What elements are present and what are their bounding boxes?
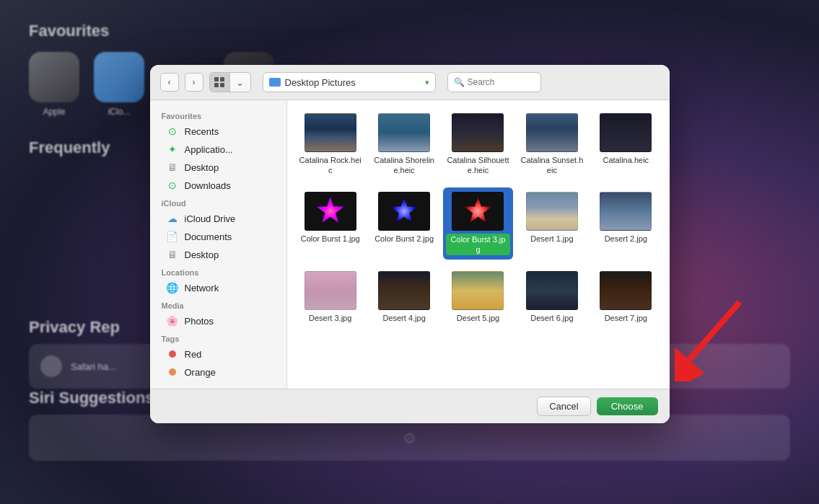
file-label-catalina-sil: Catalina Silhouette.heic (446, 155, 509, 176)
file-item-catalina-shore[interactable]: Catalina Shoreline.heic (369, 109, 439, 180)
sidebar-item-photos[interactable]: 🌸 Photos (154, 312, 282, 330)
file-item-catalina-sun[interactable]: Catalina Sunset.heic (517, 109, 587, 180)
file-item-desert6[interactable]: Desert 6.jpg (517, 267, 587, 327)
location-label: Desktop Pictures (285, 77, 421, 88)
file-thumb-burst1 (305, 192, 356, 231)
folder-icon (269, 78, 281, 87)
file-item-catalina-rock[interactable]: Catalina Rock.heic (296, 109, 365, 180)
svg-rect-2 (214, 77, 219, 81)
file-thumb-desert1 (526, 192, 578, 231)
sidebar-recents-label: Recents (185, 126, 219, 137)
file-item-desert1[interactable]: Desert 1.jpg (517, 187, 587, 260)
file-picker-dialog: ‹ › ⌄ Desktop Pictures ▾ (150, 65, 670, 423)
dialog-main: Favourites ⊙ Recents ✦ Applicatio... 🖥 D… (150, 100, 670, 389)
sidebar-applications-label: Applicatio... (185, 144, 233, 155)
search-icon: 🔍 (454, 77, 465, 87)
sidebar-downloads-label: Downloads (185, 180, 231, 191)
downloads-icon: ⊙ (166, 180, 179, 191)
dropdown-view-button[interactable]: ⌄ (230, 73, 250, 92)
search-box[interactable]: 🔍 (447, 72, 541, 92)
svg-rect-3 (220, 77, 224, 81)
cancel-button[interactable]: Cancel (537, 397, 590, 416)
back-button[interactable]: ‹ (160, 73, 179, 92)
sidebar: Favourites ⊙ Recents ✦ Applicatio... 🖥 D… (150, 100, 287, 389)
sidebar-item-icloud-drive[interactable]: ☁ iCloud Drive (154, 210, 282, 227)
file-thumb-desert3 (305, 271, 356, 310)
sidebar-item-desktop[interactable]: 🖥 Desktop (154, 159, 282, 176)
sidebar-red-tag-label: Red (185, 349, 202, 360)
file-thumb-desert7 (600, 271, 652, 310)
sidebar-item-desktop-icloud[interactable]: 🖥 Desktop (154, 246, 282, 263)
file-item-desert7[interactable]: Desert 7.jpg (591, 267, 660, 327)
file-label-burst3: Color Burst 3.jpg (446, 234, 509, 256)
file-item-desert4[interactable]: Desert 4.jpg (369, 267, 439, 327)
file-thumb-catalina-sun (526, 113, 578, 152)
sidebar-section-icloud: iCloud (150, 195, 286, 209)
file-item-desert2[interactable]: Desert 2.jpg (591, 187, 660, 260)
network-icon: 🌐 (166, 282, 179, 293)
file-label-desert5: Desert 5.jpg (457, 313, 499, 323)
svg-rect-5 (220, 83, 224, 87)
file-item-burst1[interactable]: Color Burst 1.jpg (296, 187, 365, 260)
file-grid-area: Catalina Rock.heic Catalina Shoreline.he… (287, 100, 670, 389)
sidebar-item-network[interactable]: 🌐 Network (154, 279, 282, 296)
sidebar-item-downloads[interactable]: ⊙ Downloads (154, 177, 282, 194)
file-label-desert2: Desert 2.jpg (605, 234, 647, 244)
photos-icon: 🌸 (166, 315, 179, 327)
search-input[interactable] (468, 77, 535, 87)
forward-button[interactable]: › (185, 73, 203, 92)
location-breadcrumb[interactable]: Desktop Pictures ▾ (263, 72, 436, 92)
file-label-desert7: Desert 7.jpg (605, 313, 647, 323)
documents-icon: 📄 (166, 231, 179, 242)
file-label-catalina-sun: Catalina Sunset.heic (520, 155, 584, 176)
location-chevron-icon: ▾ (425, 78, 429, 87)
sidebar-network-label: Network (185, 283, 219, 293)
grid-view-button[interactable] (210, 73, 230, 92)
svg-rect-4 (214, 83, 219, 87)
desktop-icon: 🖥 (166, 162, 179, 173)
sidebar-item-applications[interactable]: ✦ Applicatio... (154, 141, 282, 158)
file-label-catalina-heic: Catalina.heic (603, 155, 649, 165)
view-toggle: ⌄ (209, 72, 251, 92)
file-grid: Catalina Rock.heic Catalina Shoreline.he… (296, 109, 661, 327)
file-item-burst2[interactable]: Color Burst 2.jpg (369, 187, 439, 260)
file-item-catalina-heic[interactable]: Catalina.heic (591, 109, 660, 180)
recents-icon: ⊙ (166, 125, 179, 137)
sidebar-item-tag-orange[interactable]: Orange (154, 363, 282, 381)
sidebar-item-tag-red[interactable]: Red (154, 345, 282, 363)
sidebar-orange-tag-label: Orange (185, 367, 216, 378)
file-label-desert3: Desert 3.jpg (309, 313, 351, 323)
sidebar-documents-label: Documents (185, 231, 232, 242)
sidebar-section-favourites: Favourites (150, 107, 286, 122)
file-thumb-burst2 (378, 192, 430, 231)
file-thumb-catalina-shore (378, 113, 430, 152)
file-label-burst2: Color Burst 2.jpg (375, 234, 434, 244)
file-label-desert6: Desert 6.jpg (530, 313, 573, 323)
sidebar-section-locations: Locations (150, 264, 286, 278)
file-thumb-desert4 (378, 271, 430, 310)
file-thumb-desert6 (526, 271, 578, 310)
file-thumb-catalina-sil (452, 113, 504, 152)
toolbar: ‹ › ⌄ Desktop Pictures ▾ (150, 65, 670, 100)
dialog-footer: Cancel Choose (150, 389, 670, 423)
red-tag-icon (166, 348, 179, 360)
file-thumb-desert2 (600, 192, 652, 231)
file-item-desert3[interactable]: Desert 3.jpg (296, 267, 365, 327)
file-item-burst3[interactable]: Color Burst 3.jpg (443, 187, 512, 260)
sidebar-photos-label: Photos (185, 316, 214, 327)
orange-tag-icon (166, 366, 179, 378)
choose-button[interactable]: Choose (597, 397, 658, 415)
applications-icon: ✦ (166, 143, 179, 155)
file-label-desert4: Desert 4.jpg (382, 313, 425, 323)
file-item-desert5[interactable]: Desert 5.jpg (443, 267, 512, 327)
sidebar-item-documents[interactable]: 📄 Documents (154, 228, 282, 245)
file-label-catalina-shore: Catalina Shoreline.heic (372, 155, 436, 176)
sidebar-item-recents[interactable]: ⊙ Recents (154, 123, 282, 140)
sidebar-icloud-label: iCloud Drive (185, 213, 236, 224)
file-thumb-catalina-rock (305, 113, 356, 152)
file-item-catalina-sil[interactable]: Catalina Silhouette.heic (443, 109, 512, 180)
sidebar-section-media: Media (150, 297, 286, 311)
file-label-catalina-rock: Catalina Rock.heic (299, 155, 362, 176)
desktop2-icon: 🖥 (166, 249, 179, 260)
file-label-desert1: Desert 1.jpg (530, 234, 573, 244)
